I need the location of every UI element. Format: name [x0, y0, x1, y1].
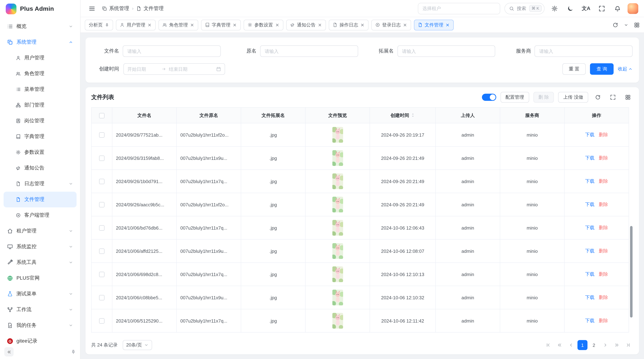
download-link[interactable]: 下载 [585, 225, 594, 230]
search-button[interactable]: 查 询 [590, 63, 614, 75]
row-checkbox[interactable] [99, 179, 104, 184]
refresh-table-button[interactable] [592, 92, 603, 103]
sidebar-item-logs[interactable]: 日志管理 [4, 176, 76, 192]
row-checkbox[interactable] [99, 156, 104, 161]
tab-files[interactable]: 文件管理 [414, 19, 454, 30]
file-preview-image[interactable] [332, 313, 343, 329]
toggle-switch[interactable] [482, 94, 496, 101]
page-1-button[interactable]: 1 [578, 340, 588, 350]
sidebar-item-tenants[interactable]: 租户管理 [4, 223, 76, 239]
avatar[interactable] [628, 3, 638, 14]
download-link[interactable]: 下载 [585, 271, 594, 277]
download-link[interactable]: 下载 [585, 295, 594, 300]
delete-link[interactable]: 删除 [599, 318, 608, 323]
prev-jump-button[interactable] [554, 340, 564, 350]
global-search-button[interactable]: 搜索 ⌘ K [504, 3, 544, 14]
row-checkbox[interactable] [99, 202, 104, 207]
file-name-input[interactable] [123, 45, 221, 57]
tab-notices[interactable]: 通知公告 [286, 19, 326, 30]
config-manage-button[interactable]: 配置管理 [500, 92, 529, 103]
date-range-picker[interactable] [124, 63, 225, 75]
delete-link[interactable]: 删除 [599, 295, 608, 300]
file-preview-image[interactable] [332, 243, 343, 259]
dark-mode-button[interactable] [564, 3, 576, 14]
download-link[interactable]: 下载 [585, 132, 594, 137]
row-checkbox[interactable] [99, 272, 104, 277]
sidebar-item-plus-site[interactable]: PLUS官网 [4, 270, 76, 286]
select-all-checkbox[interactable] [99, 113, 104, 118]
file-preview-image[interactable] [332, 220, 343, 236]
close-icon[interactable] [190, 23, 194, 27]
refresh-icon[interactable] [612, 22, 618, 28]
delete-link[interactable]: 删除 [599, 248, 608, 254]
download-link[interactable]: 下载 [585, 318, 594, 323]
sidebar-item-workflow[interactable]: 工作流 [4, 302, 76, 318]
delete-link[interactable]: 删除 [599, 178, 608, 184]
tab-analysis[interactable]: 分析页 [85, 19, 113, 30]
extension-input[interactable] [397, 45, 495, 57]
start-date-input[interactable] [127, 66, 159, 72]
close-icon[interactable] [232, 23, 237, 27]
file-preview-image[interactable] [332, 127, 343, 143]
row-checkbox[interactable] [99, 132, 104, 138]
chevron-down-icon[interactable] [624, 23, 628, 27]
sidebar-item-gitee[interactable]: Ggitee记录 [4, 333, 76, 345]
sidebar-item-parameters[interactable]: 参数设置 [4, 144, 76, 160]
fullscreen-button[interactable] [596, 3, 608, 14]
reset-button[interactable]: 重 置 [562, 63, 586, 75]
sidebar-item-clients[interactable]: 客户端管理 [4, 207, 76, 223]
sidebar-item-test-menu[interactable]: 测试菜单 [4, 286, 76, 302]
row-checkbox[interactable] [99, 225, 104, 231]
tab-users[interactable]: 用户管理 [116, 19, 156, 30]
sidebar-item-departments[interactable]: 部门管理 [4, 97, 76, 113]
provider-input[interactable] [535, 45, 633, 57]
last-page-button[interactable] [623, 340, 633, 350]
sidebar-item-monitor[interactable]: 系统监控 [4, 239, 76, 255]
file-preview-image[interactable] [332, 197, 343, 212]
fullscreen-table-button[interactable] [608, 92, 618, 103]
sidebar-item-roles[interactable]: 角色管理 [4, 66, 76, 81]
next-jump-button[interactable] [612, 340, 622, 350]
hamburger-menu-button[interactable] [86, 3, 98, 14]
row-checkbox[interactable] [99, 249, 104, 254]
tab-parameters[interactable]: 参数设置 [244, 19, 283, 30]
upload-button[interactable]: 上传 没做 [558, 92, 588, 103]
breadcrumb-system[interactable]: 系统管理 [102, 5, 129, 12]
sidebar-item-notices[interactable]: 通知公告 [4, 160, 76, 176]
pin-sidebar-button[interactable] [71, 349, 76, 354]
col-created[interactable]: 创建时间 [370, 107, 436, 123]
tab-login-log[interactable]: 登录日志 [371, 19, 411, 30]
prev-page-button[interactable] [566, 340, 576, 350]
row-checkbox[interactable] [99, 295, 104, 300]
sidebar-item-positions[interactable]: 岗位管理 [4, 113, 76, 129]
delete-link[interactable]: 删除 [599, 132, 608, 137]
sidebar-item-files[interactable]: 文件管理 [4, 192, 76, 207]
row-checkbox[interactable] [99, 318, 104, 324]
delete-link[interactable]: 删除 [599, 225, 608, 230]
language-button[interactable]: 文A [580, 3, 592, 14]
sidebar-item-system[interactable]: 系统管理 [4, 34, 76, 50]
tenant-select-input[interactable] [418, 3, 500, 14]
page-size-select[interactable]: 20条/页 [122, 340, 152, 350]
table-scrollbar[interactable] [630, 226, 632, 318]
close-icon[interactable] [446, 23, 450, 27]
sort-icon[interactable] [410, 113, 415, 117]
sidebar-item-overview[interactable]: 概览 [4, 18, 76, 34]
file-preview-image[interactable] [332, 173, 343, 189]
delete-button[interactable]: 删 除 [534, 92, 554, 103]
logo[interactable]: Plus Admin [0, 0, 80, 18]
next-page-button[interactable] [600, 340, 610, 350]
close-icon[interactable] [360, 23, 364, 27]
sidebar-item-my-tasks[interactable]: 我的任务 [4, 318, 76, 333]
collapse-filter-link[interactable]: 收起 [618, 66, 632, 72]
notifications-button[interactable] [612, 3, 623, 14]
settings-button[interactable] [549, 3, 560, 14]
sidebar-item-dictionary[interactable]: 字典管理 [4, 129, 76, 144]
breadcrumb-files[interactable]: 文件管理 [136, 5, 164, 12]
download-link[interactable]: 下载 [585, 202, 594, 207]
file-preview-image[interactable] [332, 266, 343, 282]
close-icon[interactable] [318, 23, 322, 27]
delete-link[interactable]: 删除 [599, 155, 608, 161]
delete-link[interactable]: 删除 [599, 202, 608, 207]
file-preview-image[interactable] [332, 290, 343, 305]
